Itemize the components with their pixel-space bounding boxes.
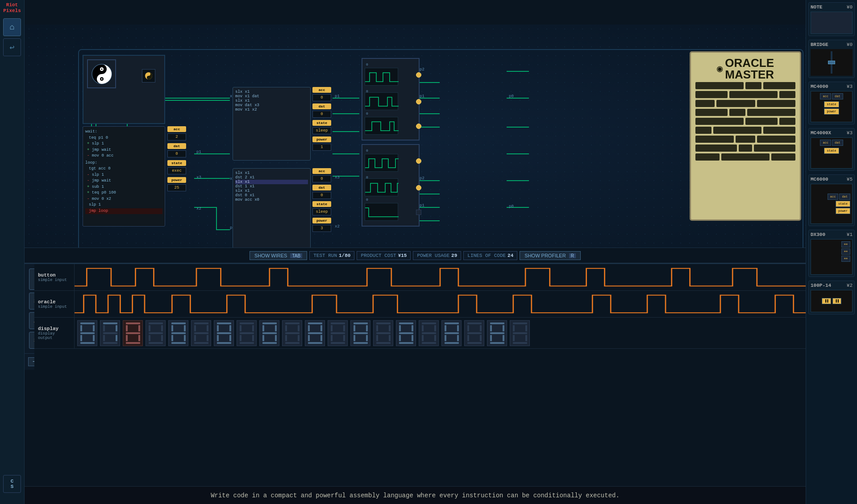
dat-button[interactable]: dat <box>167 143 186 149</box>
component-mc6000-name: MC6000 <box>811 177 828 182</box>
connector-top-1 <box>416 72 421 78</box>
component-note-price: ¥0 <box>847 4 853 10</box>
show-wires-button[interactable]: SHOW WIRES TAB <box>250 251 307 260</box>
power-value: 25 <box>167 184 186 191</box>
lines-of-code-item: LINES OF CODE 24 <box>463 251 517 260</box>
component-100p14-name: 100P-14 <box>811 283 831 288</box>
acc-value: 2 <box>167 133 186 140</box>
seg-display-2 <box>100 320 120 346</box>
product-cost-item: PRODUCT COST ¥15 <box>357 251 411 260</box>
component-dx300-price: ¥1 <box>847 232 853 237</box>
component-note-name: NOTE <box>811 4 822 10</box>
code-block[interactable]: wait: teq p1 0 + slp 1 + jmp wait - mov … <box>83 126 165 227</box>
highlighted-line: jmp loop <box>85 208 162 215</box>
seg-display-11 <box>305 320 325 346</box>
dat-value: 0 <box>167 150 186 157</box>
status-bar: SHOW WIRES TAB TEST RUN 1/80 PRODUCT COS… <box>25 248 806 263</box>
seg-display-10 <box>282 320 302 346</box>
seg-display-14 <box>373 320 393 346</box>
connector-bot-1 <box>416 158 421 164</box>
svg-point-22 <box>101 78 102 79</box>
pulse-wave-5 <box>365 179 399 197</box>
dx300-preview: ≡≡ ≡≡ ≡≡ <box>811 239 853 275</box>
home-button[interactable]: ⌂ <box>3 18 21 36</box>
code-buttons: acc 2 dat 0 state exec power 25 <box>167 126 186 191</box>
display-segments-area <box>75 318 806 348</box>
bottom-text-bar: Write code in a compact and powerful ass… <box>25 486 806 504</box>
component-mc4000x: MC4000X ¥3 acc dat state <box>808 128 855 171</box>
signal-row-button: button simple input <box>34 264 806 291</box>
pulse-wave-4 <box>365 154 399 172</box>
pulse-wave-2 <box>365 93 399 111</box>
connector-top-2 <box>416 99 421 104</box>
seg-display-13 <box>350 320 370 346</box>
component-bridge-price: ¥0 <box>847 42 853 47</box>
mid-chip-top: 0 0 0 <box>362 58 420 140</box>
instr-block-2-buttons: acc 0 dat 0 state sleep power 3 <box>312 168 331 232</box>
component-mc6000: MC6000 ¥5 acc dat state power <box>808 174 855 226</box>
show-profiler-button[interactable]: SHOW PROFILER R <box>520 251 581 260</box>
oracle-bars <box>695 82 795 161</box>
seg-display-18 <box>464 320 484 346</box>
component-mc4000x-price: ¥3 <box>847 130 853 136</box>
mid-chip-bottom: 0 0 0 <box>362 144 420 227</box>
seg-display-3 <box>123 320 143 346</box>
yin-yang-icon <box>91 63 113 85</box>
display-type: display output <box>38 331 71 340</box>
oracle-master: ◉ ORACLEMASTER <box>690 51 801 221</box>
signal-type-button: simple input <box>38 278 71 282</box>
pulse-wave-3 <box>365 117 399 135</box>
power-button[interactable]: power <box>167 177 186 183</box>
pulse-wave-6 <box>365 203 399 221</box>
acc-button[interactable]: acc <box>167 126 186 132</box>
seg-display-16 <box>419 320 439 346</box>
connector-bot-3 <box>416 210 421 215</box>
seg-display-9 <box>259 320 279 346</box>
component-mc4000-name: MC4000 <box>811 84 828 89</box>
display-row: display display output <box>34 318 806 349</box>
pulse-wave-1 <box>365 68 399 86</box>
bottom-text-content: Write code in a compact and powerful ass… <box>211 492 620 499</box>
power-usage-item: POWER USAGE 29 <box>413 251 461 260</box>
oracle-icon: ◉ <box>717 63 723 75</box>
seg-display-7 <box>214 320 234 346</box>
bottom-panel: ↺ RESET ⏸ PAUSE STEP ▶ ADVANCE ▶ SIMULAT… <box>25 263 806 504</box>
100p14-preview: ▐▐ ▐▐ <box>811 290 853 312</box>
seg-display-15 <box>396 320 416 346</box>
component-dx300-name: DX300 <box>811 232 825 237</box>
instr-block-1[interactable]: slx x1 mov x1 dat slx x1 mov dat x3 mov … <box>233 87 311 161</box>
seg-display-19 <box>487 320 507 346</box>
app-logo: Riot Pixels <box>3 2 21 14</box>
circuit-canvas: x0 x1 p0 p1 x3 x2 x0 x0 p0 p1 x3 x2 p2 p… <box>25 25 806 256</box>
seg-display-6 <box>191 320 211 346</box>
component-mc4000x-name: MC4000X <box>811 130 831 136</box>
yin-yang-block <box>83 55 165 124</box>
mc4000x-preview: acc dat state <box>811 137 853 169</box>
component-note: NOTE ¥0 <box>808 2 855 36</box>
settings-button[interactable]: CS <box>3 475 21 493</box>
component-bridge: BRIDGE ¥0 <box>808 40 855 78</box>
signal-type-oracle: simple input <box>38 305 71 309</box>
svg-point-21 <box>101 68 102 70</box>
connector-bot-2 <box>416 185 421 190</box>
component-mc6000-price: ¥5 <box>847 177 853 182</box>
connector-top-3 <box>416 124 421 129</box>
signal-row-oracle: oracle simple input <box>34 291 806 318</box>
highlighted-instr: slx x1 <box>235 180 308 184</box>
bridge-slider[interactable] <box>811 49 853 76</box>
seg-display-4 <box>146 320 166 346</box>
instr-block-2[interactable]: slx x1 dst 2 x1 slx x1 dst 1 x1 slx x1 d… <box>233 168 311 248</box>
signal-wave-button <box>75 264 806 290</box>
back-button[interactable]: ↩ <box>3 38 21 56</box>
component-note-preview <box>811 12 853 34</box>
mc4000-preview: acc dat state power <box>811 91 853 122</box>
right-sidebar: NOTE ¥0 BRIDGE ¥0 MC4000 ¥3 acc dat s <box>806 0 857 504</box>
mc6000-preview: acc dat state power <box>811 184 853 224</box>
signal-area: button simple input oracle simple input <box>34 264 806 504</box>
component-dx300: DX300 ¥1 ≡≡ ≡≡ ≡≡ <box>808 230 855 277</box>
yin-yang-mini-icon <box>144 71 153 80</box>
seg-display-17 <box>441 320 462 346</box>
signal-name-oracle: oracle <box>38 299 71 305</box>
state-button[interactable]: state <box>167 160 186 166</box>
display-name: display <box>38 326 71 331</box>
